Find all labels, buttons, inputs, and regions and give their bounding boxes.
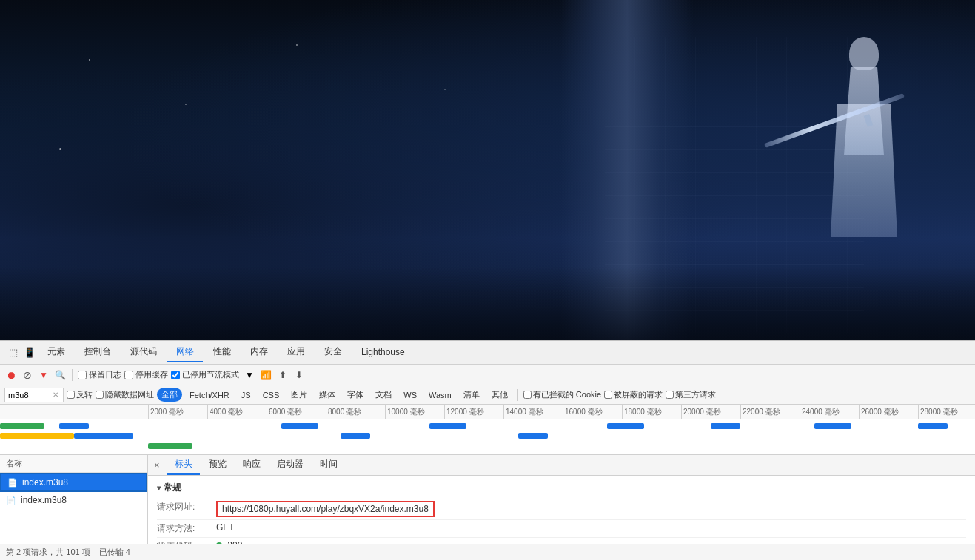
tab-security[interactable]: 安全: [315, 343, 351, 362]
search-clear-button[interactable]: ✕: [53, 391, 58, 399]
preserve-log-input[interactable]: [78, 371, 87, 379]
filter-css[interactable]: CSS: [258, 389, 284, 401]
request-count: 第 2 项请求，共 101 项: [6, 547, 90, 558]
toolbar: ⏺ ⊘ ▼ 🔍 保留日志 停用缓存 已停用节流模式 ▼ 📶 ⬆ ⬇: [0, 365, 975, 385]
search-input[interactable]: [8, 391, 53, 399]
ruler-mark: 6000 毫秒: [267, 405, 326, 419]
timeline-bar-2: [0, 433, 74, 439]
file-name-0: index.m3u8: [22, 477, 68, 488]
filter-img[interactable]: 图片: [287, 388, 312, 402]
ruler-mark: 20000 毫秒: [681, 405, 740, 419]
filter-wasm[interactable]: Wasm: [424, 389, 456, 401]
timeline-bar-12: [918, 423, 948, 429]
general-section-title: 常规: [157, 482, 966, 494]
ruler-mark: 10000 毫秒: [385, 405, 444, 419]
timeline-bar-8: [518, 433, 548, 439]
filter-doc[interactable]: 文档: [371, 388, 396, 402]
file-item-0[interactable]: 📄 index.m3u8: [0, 473, 147, 492]
third-party-input[interactable]: [666, 391, 674, 399]
invert-input[interactable]: [67, 391, 75, 399]
transferred-label: 已传输 4: [99, 547, 130, 558]
timeline-bar-7: [429, 423, 466, 429]
ruler-mark: 28000 毫秒: [918, 405, 975, 419]
record-button[interactable]: ⏺: [4, 368, 18, 382]
ruler-mark: 12000 毫秒: [444, 405, 503, 419]
third-party-checkbox[interactable]: 第三方请求: [666, 389, 716, 400]
ruler-mark: 26000 毫秒: [859, 405, 918, 419]
ruler-mark: 8000 毫秒: [326, 405, 385, 419]
blocked-cookies-checkbox[interactable]: 有已拦截的 Cookie: [523, 389, 601, 400]
detail-row-method: 请求方法: GET: [157, 520, 966, 538]
tab-memory[interactable]: 内存: [241, 343, 277, 362]
search-icon[interactable]: 🔍: [53, 368, 67, 382]
detail-tab-headers[interactable]: 标头: [167, 455, 200, 475]
filter-ws[interactable]: WS: [399, 389, 421, 401]
timeline-ruler: 2000 毫秒4000 毫秒6000 毫秒8000 毫秒10000 毫秒1200…: [0, 405, 975, 419]
summary-bar: 第 2 项请求，共 101 项 已传输 4: [0, 544, 975, 560]
blocked-requests-input[interactable]: [604, 391, 612, 399]
timeline: 2000 毫秒4000 毫秒6000 毫秒8000 毫秒10000 毫秒1200…: [0, 405, 975, 455]
filter-js[interactable]: JS: [237, 389, 255, 401]
preserve-log-checkbox[interactable]: 保留日志: [78, 369, 121, 380]
detail-tab-timing[interactable]: 时间: [312, 455, 345, 475]
search-box[interactable]: ✕: [4, 388, 64, 402]
tab-sources[interactable]: 源代码: [121, 343, 166, 362]
timeline-bar-6: [341, 433, 370, 439]
disable-streaming-input[interactable]: [171, 371, 180, 379]
disable-streaming-checkbox[interactable]: 已停用节流模式: [171, 369, 239, 380]
download-icon[interactable]: ⬇: [292, 368, 306, 382]
filter-all[interactable]: 全部: [157, 388, 182, 402]
filter-media[interactable]: 媒体: [315, 388, 340, 402]
ruler-mark: 22000 毫秒: [740, 405, 800, 419]
filter-bar: ✕ 反转 隐藏数据网址 全部 Fetch/XHR JS CSS 图片 媒体 字体…: [0, 385, 975, 405]
detail-content: 常规 请求网址: https://1080p.huyall.com/play/z…: [148, 476, 975, 544]
filter-manifest[interactable]: 清单: [459, 388, 484, 402]
invert-checkbox[interactable]: 反转: [67, 389, 93, 400]
tab-performance[interactable]: 性能: [204, 343, 240, 362]
method-label: 请求方法:: [157, 522, 216, 535]
detail-close-button[interactable]: ×: [154, 459, 160, 470]
filter-icon[interactable]: ▼: [37, 368, 50, 382]
upload-icon[interactable]: ⬆: [276, 368, 289, 382]
ruler-mark: 4000 毫秒: [207, 405, 267, 419]
hide-data-urls-input[interactable]: [96, 391, 104, 399]
timeline-bar-1: [59, 423, 89, 429]
wifi-icon[interactable]: 📶: [260, 368, 273, 382]
disable-cache-checkbox[interactable]: 停用缓存: [124, 369, 168, 380]
detail-tab-response[interactable]: 响应: [235, 455, 268, 475]
filter-fetch-xhr[interactable]: Fetch/XHR: [185, 389, 234, 401]
timeline-bar-5: [281, 423, 318, 429]
ruler-mark: 18000 毫秒: [622, 405, 681, 419]
detail-panel: × 标头 预览 响应 启动器 时间 常规 请求网址: https://1080p…: [148, 455, 975, 544]
tab-network[interactable]: 网络: [167, 343, 203, 362]
hide-data-urls-checkbox[interactable]: 隐藏数据网址: [96, 389, 154, 400]
devtools-panel: ⬚ 📱 元素 控制台 源代码 网络 性能 内存 应用 安全 Lighthouse…: [0, 340, 975, 560]
device-icon[interactable]: 📱: [22, 345, 37, 360]
filter-other[interactable]: 其他: [487, 388, 512, 402]
disable-cache-input[interactable]: [124, 371, 133, 379]
ruler-mark: 24000 毫秒: [800, 405, 859, 419]
bottom-panel: 名称 📄 index.m3u8 📄 index.m3u8 × 标头 预览 响应 …: [0, 455, 975, 544]
tab-lighthouse[interactable]: Lighthouse: [352, 344, 414, 362]
request-method-value: GET: [216, 522, 235, 533]
tab-bar: ⬚ 📱 元素 控制台 源代码 网络 性能 内存 应用 安全 Lighthouse: [0, 341, 975, 365]
video-area: aF: [0, 0, 975, 340]
stop-button[interactable]: ⊘: [21, 368, 34, 382]
inspect-icon[interactable]: ⬚: [6, 345, 21, 360]
filter-font[interactable]: 字体: [343, 388, 368, 402]
detail-tab-preview[interactable]: 预览: [201, 455, 234, 475]
tab-console[interactable]: 控制台: [76, 343, 120, 362]
ruler-mark: 14000 毫秒: [503, 405, 563, 419]
file-name-1: index.m3u8: [21, 495, 67, 505]
timeline-bar-0: [0, 423, 44, 429]
file-item-1[interactable]: 📄 index.m3u8: [0, 492, 147, 508]
blocked-requests-checkbox[interactable]: 被屏蔽的请求: [604, 389, 663, 400]
tab-elements[interactable]: 元素: [38, 343, 74, 362]
blocked-cookies-input[interactable]: [523, 391, 532, 399]
tab-application[interactable]: 应用: [278, 343, 314, 362]
file-icon-1: 📄: [6, 496, 16, 505]
streaming-dropdown[interactable]: ▼: [242, 370, 257, 380]
ruler-marks: 2000 毫秒4000 毫秒6000 毫秒8000 毫秒10000 毫秒1200…: [148, 405, 975, 419]
detail-tab-initiator[interactable]: 启动器: [269, 455, 311, 475]
timeline-bars: [0, 419, 975, 455]
